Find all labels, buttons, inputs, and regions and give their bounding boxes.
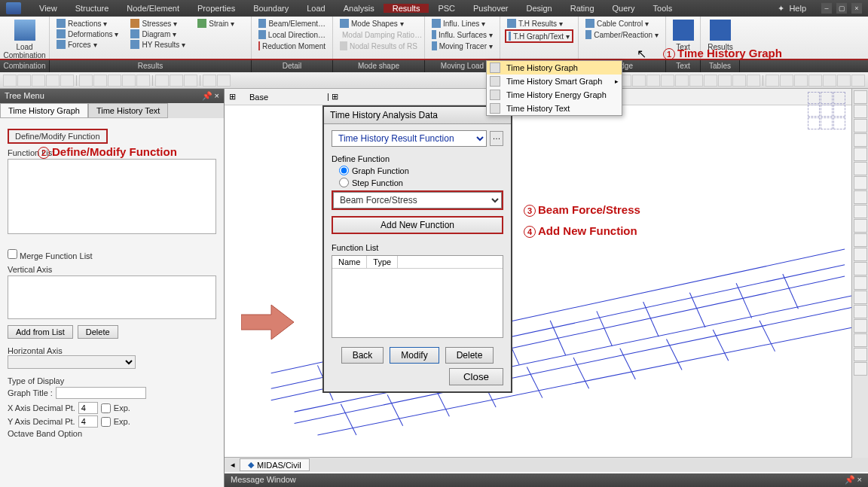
qbtn[interactable]	[217, 75, 231, 87]
diagram-item[interactable]: Diagram ▾	[128, 29, 188, 39]
stresses-item[interactable]: Stresses ▾	[128, 18, 188, 29]
browse-button[interactable]: …	[490, 131, 503, 146]
delete-button[interactable]: Delete	[78, 325, 118, 339]
yaxis-dec-input[interactable]	[78, 415, 98, 428]
close-button[interactable]: Close	[449, 368, 503, 385]
menu-analysis[interactable]: Analysis	[335, 4, 384, 13]
rtbtn[interactable]	[854, 105, 867, 118]
qbtn[interactable]	[689, 75, 703, 87]
qbtn[interactable]	[32, 75, 45, 87]
qbtn[interactable]	[794, 75, 808, 87]
menu-tools[interactable]: Tools	[644, 4, 682, 13]
tab-nav-left-icon[interactable]: ◂	[231, 460, 235, 470]
qbtn[interactable]	[808, 75, 822, 87]
menu-boundary[interactable]: Boundary	[244, 4, 298, 13]
cable-control-item[interactable]: Cable Control ▾	[583, 18, 661, 29]
qbtn[interactable]	[851, 75, 865, 87]
dialog-function-list[interactable]: NameType	[332, 255, 503, 338]
menu-pushover[interactable]: Pushover	[464, 4, 517, 13]
th-graph-text-item[interactable]: T.H Graph/Text ▾	[505, 29, 573, 43]
rtbtn[interactable]	[854, 233, 867, 247]
menu-structure[interactable]: Structure	[66, 4, 118, 13]
qbtn[interactable]	[184, 75, 197, 87]
dropdown-time-history-energy-graph[interactable]: Time History Energy Graph	[487, 88, 622, 102]
qbtn[interactable]	[718, 75, 732, 87]
rtbtn[interactable]	[854, 305, 867, 318]
qbtn[interactable]	[766, 75, 779, 87]
camber-reaction-item[interactable]: Camber/Reaction ▾	[583, 29, 661, 40]
step-function-radio[interactable]	[339, 178, 349, 187]
dropdown-time-history-graph[interactable]: Time History Graph	[487, 61, 622, 75]
dropdown-time-history-smart-graph[interactable]: Time History Smart Graph▸	[487, 75, 622, 88]
reduction-moment-item[interactable]: Reduction Moment	[256, 41, 328, 51]
close-panel-icon[interactable]: ×	[215, 91, 219, 100]
tab-time-history-text[interactable]: Time History Text	[88, 103, 168, 118]
model-viewport[interactable]: ⊞ Base | ⊞ Time History	[225, 89, 868, 487]
rtbtn[interactable]	[854, 176, 867, 190]
qbtn[interactable]	[122, 75, 136, 87]
function-type-combo[interactable]: Beam Force/Stress	[333, 192, 502, 208]
qbtn[interactable]	[646, 75, 660, 87]
rtbtn[interactable]	[854, 348, 867, 361]
tab-midas-civil[interactable]: ◆MIDAS/Civil	[240, 458, 310, 471]
help-icon[interactable]: ✦	[778, 4, 784, 14]
close-icon[interactable]: ×	[851, 3, 862, 14]
rtbtn[interactable]	[854, 262, 867, 275]
qbtn[interactable]	[46, 75, 60, 87]
th-results-item[interactable]: T.H Results ▾	[505, 18, 573, 29]
rtbtn[interactable]	[854, 362, 867, 376]
reactions-item[interactable]: Reactions ▾	[54, 18, 121, 29]
rtbtn[interactable]	[854, 319, 867, 333]
rtbtn[interactable]	[854, 133, 867, 147]
graph-function-radio[interactable]	[339, 166, 349, 175]
qbtn[interactable]	[632, 75, 646, 87]
modify-button[interactable]: Modify	[390, 347, 439, 364]
dialog-delete-button[interactable]: Delete	[445, 347, 494, 364]
help-label[interactable]: Help	[789, 4, 806, 13]
add-new-function-button[interactable]: Add New Function	[332, 216, 503, 234]
graph-title-input[interactable]	[56, 387, 146, 399]
influ-lines-item[interactable]: Influ. Lines ▾	[429, 18, 495, 29]
rtbtn[interactable]	[854, 148, 867, 161]
rtbtn[interactable]	[854, 248, 867, 261]
qbtn[interactable]	[732, 75, 746, 87]
back-button[interactable]: Back	[341, 347, 384, 364]
rtbtn[interactable]	[854, 90, 867, 104]
qbtn[interactable]	[747, 75, 760, 87]
qbtn[interactable]	[108, 75, 121, 87]
qbtn[interactable]	[79, 75, 93, 87]
qbtn[interactable]	[704, 75, 717, 87]
hy-results-item[interactable]: HY Results ▾	[128, 39, 188, 50]
qbtn[interactable]	[675, 75, 689, 87]
rtbtn[interactable]	[854, 333, 867, 347]
qbtn[interactable]	[136, 75, 150, 87]
msg-pin-icon[interactable]: 📌	[845, 475, 855, 484]
rtbtn[interactable]	[854, 205, 867, 218]
influ-surfaces-item[interactable]: Influ. Surfaces ▾	[429, 29, 495, 40]
menu-load[interactable]: Load	[298, 4, 334, 13]
define-modify-function-button[interactable]: Define/Modify Function	[8, 129, 108, 144]
qbtn[interactable]	[823, 75, 836, 87]
rtbtn[interactable]	[854, 162, 867, 175]
vertical-axis-list[interactable]	[8, 275, 216, 319]
minimize-icon[interactable]: –	[821, 3, 832, 14]
deformations-item[interactable]: Deformations ▾	[54, 29, 121, 39]
local-direction-item[interactable]: Local Direction…	[256, 29, 328, 40]
menu-query[interactable]: Query	[604, 4, 644, 13]
mode-shapes-item[interactable]: Mode Shapes ▾	[338, 18, 420, 29]
yaxis-exp-checkbox[interactable]	[101, 417, 111, 427]
menu-rating[interactable]: Rating	[561, 4, 604, 13]
forces-item[interactable]: Forces ▾	[54, 39, 121, 50]
qbtn[interactable]	[837, 75, 851, 87]
moving-tracer-item[interactable]: Moving Tracer ▾	[429, 41, 495, 51]
rtbtn[interactable]	[854, 119, 867, 132]
qbtn[interactable]	[780, 75, 793, 87]
qbtn[interactable]	[155, 75, 169, 87]
maximize-icon[interactable]: ▢	[836, 3, 847, 14]
pin-icon[interactable]: 📌	[202, 91, 212, 100]
qbtn[interactable]	[661, 75, 674, 87]
tab-time-history-graph[interactable]: Time History Graph	[0, 103, 88, 118]
qbtn[interactable]	[170, 75, 183, 87]
xaxis-exp-checkbox[interactable]	[101, 403, 111, 413]
qbtn[interactable]	[60, 75, 74, 87]
